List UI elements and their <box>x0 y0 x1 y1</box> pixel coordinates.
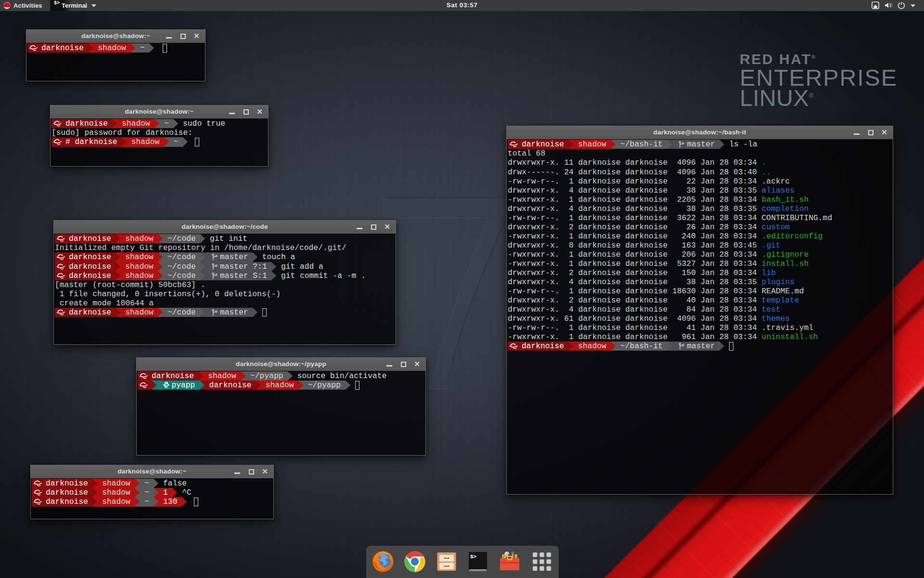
svg-text:$>: $> <box>470 554 477 560</box>
